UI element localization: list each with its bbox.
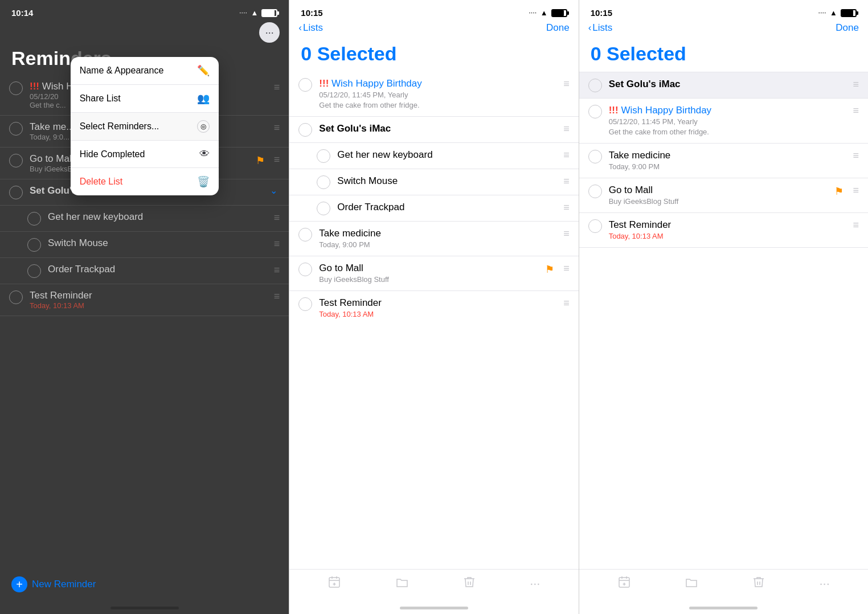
reminder-title: Get her new keyboard xyxy=(337,149,556,161)
flag-icon: ⚑ xyxy=(834,185,844,198)
folder-icon[interactable] xyxy=(685,575,698,592)
back-button-2[interactable]: ‹ Lists xyxy=(298,22,323,34)
reminder-content: Take medicine Today, 9:00 PM xyxy=(319,227,556,250)
back-button-3[interactable]: ‹ Lists xyxy=(588,22,613,34)
eye-slash-icon: 👁 xyxy=(199,148,210,160)
trash-toolbar-icon[interactable] xyxy=(752,575,765,592)
reminder-circle[interactable] xyxy=(27,264,41,278)
reminder-circle[interactable] xyxy=(317,202,330,215)
nav-bar-1: ··· xyxy=(0,20,289,47)
reminder-circle[interactable] xyxy=(588,219,602,233)
reminder-circle[interactable] xyxy=(27,238,41,252)
back-label-3: Lists xyxy=(592,22,612,34)
menu-item-select-reminders[interactable]: Select Reminders... ◎ xyxy=(71,113,219,141)
home-indicator-3 xyxy=(579,601,868,614)
reminder-content: Test Reminder Today, 10:13 AM xyxy=(319,297,556,320)
reminder-circle[interactable] xyxy=(298,78,312,92)
reminder-circle[interactable] xyxy=(9,186,23,199)
home-bar xyxy=(400,607,468,609)
signal-3: ···· xyxy=(818,10,826,16)
reminder-circle[interactable] xyxy=(588,105,602,118)
reminder-title: Switch Mouse xyxy=(48,238,267,249)
battery-icon-3 xyxy=(841,9,857,17)
reminder-circle[interactable] xyxy=(298,297,312,311)
list-item: Order Trackpad ≡ xyxy=(289,195,578,222)
menu-item-share-list[interactable]: Share List 👥 xyxy=(71,85,219,113)
reminder-circle[interactable] xyxy=(9,122,23,136)
reminder-content: Switch Mouse xyxy=(48,238,267,249)
reminder-title: Test Reminder xyxy=(319,297,556,309)
menu-item-hide-completed[interactable]: Hide Completed 👁 xyxy=(71,141,219,168)
status-icons-2: ···· ▲ xyxy=(529,9,567,17)
reminder-circle[interactable] xyxy=(27,212,41,226)
reminder-content: !!! Wish Happy Birthday 05/12/20, 11:45 … xyxy=(319,77,556,110)
home-bar xyxy=(110,607,179,609)
folder-icon[interactable] xyxy=(395,575,409,592)
reminder-title: Order Trackpad xyxy=(48,264,267,275)
home-indicator-1 xyxy=(0,601,289,614)
battery-icon-1 xyxy=(261,9,277,17)
reminder-title: Set Golu's iMac xyxy=(609,78,846,91)
reminder-content: Set Golu's iMac xyxy=(319,122,556,135)
calendar-add-icon[interactable] xyxy=(327,575,341,592)
list-item: Test Reminder Today, 10:13 AM ≡ xyxy=(289,291,578,321)
reminder-circle[interactable] xyxy=(588,185,602,198)
reminder-circle[interactable] xyxy=(588,150,602,163)
flag-icon: ⚑ xyxy=(256,154,265,167)
svg-rect-0 xyxy=(329,578,339,587)
new-reminder-button[interactable]: + New Reminder xyxy=(0,567,289,601)
list-item: Switch Mouse ≡ xyxy=(289,169,578,195)
drag-handle-icon: ≡ xyxy=(563,78,570,90)
new-reminder-label: New Reminder xyxy=(32,579,96,590)
trash-icon: 🗑️ xyxy=(197,175,210,188)
reminder-circle[interactable] xyxy=(9,154,23,167)
reminder-list-3[interactable]: Set Golu's iMac ≡ !!! Wish Happy Birthda… xyxy=(579,72,868,321)
reminder-content: Get her new keyboard xyxy=(48,211,267,223)
calendar-add-icon[interactable] xyxy=(617,575,631,592)
reminder-circle[interactable] xyxy=(298,263,312,276)
more-button-1[interactable]: ··· xyxy=(259,22,280,43)
reminder-circle[interactable] xyxy=(588,79,602,92)
menu-item-delete-list[interactable]: Delete List 🗑️ xyxy=(71,168,219,195)
time-1: 10:14 xyxy=(11,8,33,18)
menu-item-label: Name & Appearance xyxy=(80,66,164,76)
panel-3: 10:15 ···· ▲ ‹ Lists Done 0 Selected Set… xyxy=(579,0,868,614)
status-bar-2: 10:15 ···· ▲ xyxy=(289,0,578,20)
list-item: Take medicine Today, 9:00 PM ≡ xyxy=(289,222,578,256)
reminder-subtitle: Buy iGeeksBlog Stuff xyxy=(609,197,828,207)
more-toolbar-icon[interactable]: ··· xyxy=(530,576,540,591)
done-button-2[interactable]: Done xyxy=(546,22,570,34)
spacer xyxy=(289,321,578,570)
home-bar xyxy=(689,607,758,609)
section-heading-3: 0 Selected xyxy=(579,38,868,72)
reminder-subtitle: Buy iGeeksBlog Stuff xyxy=(319,275,538,285)
status-bar-3: 10:15 ···· ▲ xyxy=(579,0,868,20)
more-toolbar-icon[interactable]: ··· xyxy=(819,576,829,591)
drag-handle-icon: ≡ xyxy=(563,123,570,135)
nav-bar-3: ‹ Lists Done xyxy=(579,20,868,38)
reminder-circle[interactable] xyxy=(9,81,23,95)
drag-handle-icon: ≡ xyxy=(274,81,280,93)
menu-item-name-appearance[interactable]: Name & Appearance ✏️ xyxy=(71,57,219,85)
reminder-circle[interactable] xyxy=(317,175,330,189)
reminder-circle[interactable] xyxy=(298,228,312,241)
reminder-title: !!! Wish Happy Birthday xyxy=(609,104,846,117)
menu-item-label: Delete List xyxy=(80,177,123,187)
drag-handle-icon: ≡ xyxy=(853,79,859,91)
reminder-circle[interactable] xyxy=(9,290,23,304)
list-item: Go to Mall Buy iGeeksBlog Stuff ⚑ ≡ xyxy=(289,256,578,291)
back-label-2: Lists xyxy=(303,22,323,34)
done-button-3[interactable]: Done xyxy=(836,22,859,34)
wifi-icon-3: ▲ xyxy=(830,9,837,17)
reminder-list-2[interactable]: !!! Wish Happy Birthday 05/12/20, 11:45 … xyxy=(289,72,578,321)
reminder-title: Test Reminder xyxy=(609,219,846,231)
panel-1: 10:14 ···· ▲ ··· Reminders !!! Wish H...… xyxy=(0,0,289,614)
list-item: Get her new keyboard ≡ xyxy=(0,206,289,232)
reminder-title: Take medicine xyxy=(319,227,556,240)
trash-toolbar-icon[interactable] xyxy=(462,575,476,592)
drag-handle-icon: ≡ xyxy=(853,105,859,117)
reminder-circle[interactable] xyxy=(317,149,330,163)
reminder-circle[interactable] xyxy=(298,123,312,137)
chevron-left-icon: ‹ xyxy=(588,22,592,34)
reminder-content: Test Reminder Today, 10:13 AM xyxy=(609,219,846,241)
